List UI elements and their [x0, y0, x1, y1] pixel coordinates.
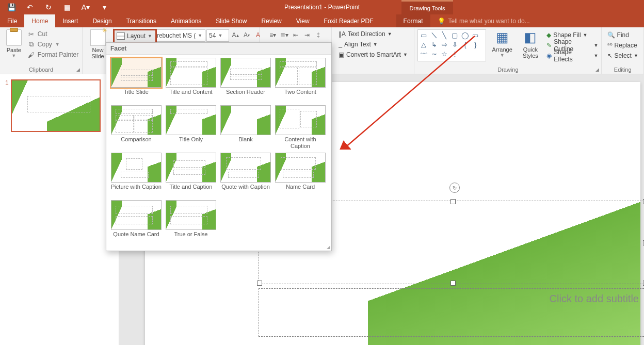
- shape-rarrow-icon[interactable]: ⇨: [440, 40, 449, 48]
- shape-line-icon[interactable]: ＼: [429, 31, 439, 39]
- undo-button[interactable]: ↶: [22, 0, 38, 14]
- layout-option-quote-with-caption[interactable]: Quote with Caption: [220, 153, 271, 197]
- layout-option-label: Comparison: [121, 136, 151, 150]
- quick-styles-icon: ◧: [524, 29, 537, 45]
- align-text-icon: ⎯: [339, 41, 342, 48]
- shape-effects-button[interactable]: ◉Shape Effects▼: [546, 51, 598, 60]
- layout-gallery-popup[interactable]: Facet Title SlideTitle and ContentSectio…: [106, 42, 332, 251]
- layout-option-content-with-caption[interactable]: Content with Caption: [275, 105, 326, 150]
- layout-option-label: Title Only: [179, 136, 203, 150]
- tab-slideshow[interactable]: Slide Show: [208, 14, 254, 27]
- increase-font-button[interactable]: A▴: [230, 29, 240, 41]
- layout-option-comparison[interactable]: Comparison: [110, 105, 162, 150]
- rotate-handle[interactable]: ↻: [449, 183, 460, 193]
- cut-button[interactable]: ✂Cut: [27, 29, 78, 39]
- redo-button[interactable]: ↻: [40, 0, 57, 14]
- layout-option-title-and-content[interactable]: Title and Content: [165, 58, 217, 102]
- tab-file[interactable]: File: [0, 14, 24, 27]
- shape-square-icon[interactable]: ▢: [450, 31, 459, 39]
- numbering-button[interactable]: ≣▾: [279, 29, 289, 41]
- layout-option-blank[interactable]: Blank: [220, 105, 271, 150]
- chevron-down-icon: ▼: [198, 33, 202, 38]
- subtitle-placeholder[interactable]: Click to add subtitle: [259, 288, 644, 337]
- paste-button[interactable]: Paste ▼: [4, 28, 24, 59]
- text-direction-label: Text Direction: [348, 30, 385, 38]
- save-button[interactable]: 💾: [3, 0, 20, 14]
- new-slide-button[interactable]: New Slide: [90, 28, 106, 59]
- layout-option-picture-with-caption[interactable]: Picture with Caption: [110, 153, 162, 197]
- clipboard-group-label: Clipboard: [29, 67, 53, 73]
- format-painter-button[interactable]: 🖌Format Painter: [27, 50, 78, 59]
- decrease-font-button[interactable]: A▾: [242, 29, 252, 41]
- shape-oval-icon[interactable]: ◯: [460, 31, 470, 39]
- layout-button[interactable]: Layout ▼: [114, 29, 156, 43]
- layout-option-title-and-caption[interactable]: Title and Caption: [165, 153, 217, 197]
- layout-option-title-slide[interactable]: Title Slide: [110, 58, 162, 102]
- shape-line2-icon[interactable]: ╲: [440, 31, 449, 39]
- shape-star-icon[interactable]: ☆: [440, 50, 449, 58]
- clipboard-dialog-launcher[interactable]: ◢: [76, 67, 80, 72]
- text-direction-button[interactable]: ‖AText Direction▼: [339, 29, 392, 39]
- increase-indent-button[interactable]: ⇥: [302, 29, 312, 41]
- tab-transitions[interactable]: Transitions: [119, 14, 164, 27]
- arrange-button[interactable]: ▦ Arrange ▼: [490, 28, 514, 61]
- touch-mode-button[interactable]: A▾: [77, 0, 94, 14]
- tab-home[interactable]: Home: [24, 14, 55, 27]
- tab-design[interactable]: Design: [85, 14, 119, 27]
- chevron-down-icon: ▼: [218, 33, 222, 38]
- font-name-combo[interactable]: Trebuchet MS (▼: [151, 29, 205, 42]
- shape-rrect-icon[interactable]: ▭: [471, 31, 480, 39]
- shape-tri-icon[interactable]: △: [419, 40, 428, 48]
- tab-insert[interactable]: Insert: [55, 14, 85, 27]
- popup-resize-grip[interactable]: ◢: [327, 244, 330, 250]
- layout-option-name-card[interactable]: Name Card: [275, 153, 326, 197]
- layout-option-true-or-false[interactable]: True or False: [165, 200, 217, 244]
- new-slide-label: New Slide: [91, 47, 104, 59]
- convert-smartart-button[interactable]: ▣Convert to SmartArt▼: [339, 50, 408, 59]
- start-from-beginning-button[interactable]: ▦: [59, 0, 75, 14]
- slide-thumbnail-1[interactable]: [11, 79, 101, 132]
- drawing-dialog-launcher[interactable]: ◢: [595, 67, 599, 72]
- decrease-indent-button[interactable]: ⇤: [291, 29, 301, 41]
- layout-theme-header: Facet: [106, 43, 331, 55]
- contextual-tab-group-label: Drawing Tools: [401, 0, 453, 14]
- align-text-label: Align Text: [344, 41, 371, 48]
- shape-curve-icon[interactable]: ∼: [429, 50, 439, 58]
- shape-more-icon[interactable]: ⋮: [450, 50, 459, 58]
- quick-styles-button[interactable]: ◧ Quick Styles: [519, 28, 543, 61]
- tell-me-search[interactable]: 💡 Tell me what you want to do...: [430, 14, 537, 27]
- shape-free-icon[interactable]: 〰: [419, 50, 428, 58]
- shape-elbow-icon[interactable]: ↳: [429, 40, 439, 48]
- replace-button[interactable]: ᵃᵇReplace: [607, 41, 638, 50]
- font-size-value: 54: [209, 32, 216, 39]
- tab-view[interactable]: View: [289, 14, 317, 27]
- tab-foxit[interactable]: Foxit Reader PDF: [317, 14, 381, 27]
- shapes-gallery[interactable]: ▭ ＼ ╲ ▢ ◯ ▭ △ ↳ ⇨ ⇩ { } 〰 ∼ ☆ ⋮: [417, 29, 486, 61]
- copy-button[interactable]: ⧉Copy▼: [27, 40, 78, 49]
- line-spacing-button[interactable]: ‡: [313, 29, 324, 41]
- cut-label: Cut: [38, 30, 47, 38]
- shape-brace2-icon[interactable]: }: [471, 40, 480, 48]
- select-label: Select: [615, 52, 632, 59]
- slide-thumbnail-pane[interactable]: 1: [0, 74, 119, 345]
- window-title: Presentation1 - PowerPoint: [284, 4, 360, 11]
- qat-customize-button[interactable]: ▾: [96, 0, 112, 14]
- find-button[interactable]: 🔍Find: [607, 30, 638, 40]
- tab-review[interactable]: Review: [254, 14, 288, 27]
- layout-option-quote-name-card[interactable]: Quote Name Card: [110, 200, 162, 244]
- select-button[interactable]: ↖Select▼: [607, 51, 638, 60]
- bullets-button[interactable]: ≡▾: [268, 29, 278, 41]
- tab-format[interactable]: Format: [396, 14, 430, 27]
- align-text-button[interactable]: ⎯Align Text▼: [339, 40, 378, 49]
- layout-button-label: Layout: [127, 32, 146, 40]
- layout-option-label: Content with Caption: [275, 136, 326, 150]
- font-size-combo[interactable]: 54▼: [206, 29, 229, 42]
- layout-option-title-only[interactable]: Title Only: [165, 105, 217, 150]
- shape-rect-icon[interactable]: ▭: [419, 31, 428, 39]
- layout-option-section-header[interactable]: Section Header: [220, 58, 271, 102]
- tab-animations[interactable]: Animations: [164, 14, 208, 27]
- shape-fill-label: Shape Fill: [553, 31, 581, 39]
- layout-option-two-content[interactable]: Two Content: [275, 58, 326, 102]
- shape-brace-icon[interactable]: {: [460, 40, 470, 48]
- shape-darrow-icon[interactable]: ⇩: [450, 40, 459, 48]
